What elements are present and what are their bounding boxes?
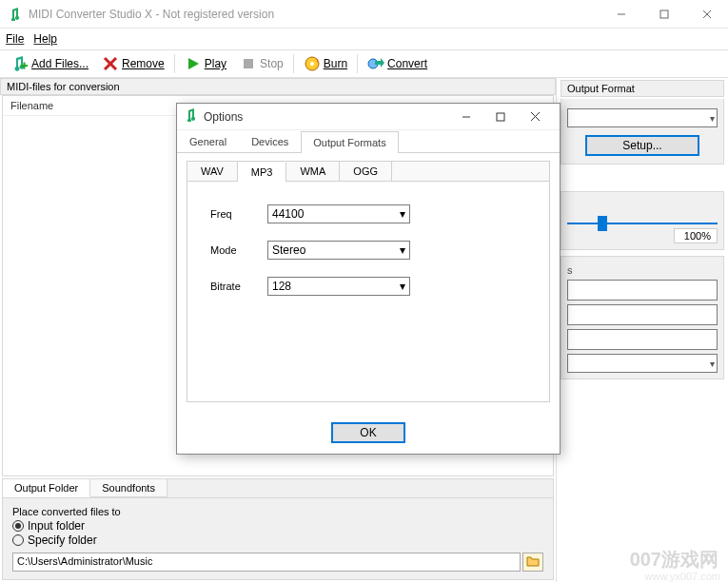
radio-input-folder[interactable] bbox=[12, 520, 24, 532]
folder-icon bbox=[526, 555, 540, 570]
dialog-body: Freq 44100 ▾ Mode Stereo ▾ Bitrate 128 ▾ bbox=[187, 182, 550, 402]
dialog-title: Options bbox=[204, 110, 449, 124]
play-icon bbox=[185, 55, 202, 72]
format-sub-tabs: WAV MP3 WMA OGG bbox=[187, 161, 550, 182]
stop-label: Stop bbox=[260, 57, 284, 70]
window-minimize-button[interactable] bbox=[600, 0, 642, 29]
chevron-down-icon: ▾ bbox=[400, 207, 405, 221]
tab-soundfonts[interactable]: Soundfonts bbox=[90, 479, 167, 497]
midi-files-section-label: MIDI-files for conversion bbox=[0, 78, 556, 95]
add-files-label: Add Files... bbox=[31, 57, 89, 70]
dialog-footer: OK bbox=[177, 412, 560, 454]
radio-specify-folder[interactable] bbox=[12, 534, 24, 546]
add-files-button[interactable]: Add Files... bbox=[6, 53, 94, 74]
dialog-titlebar: Options bbox=[177, 104, 560, 130]
convert-label: Convert bbox=[387, 57, 427, 70]
convert-button[interactable]: Convert bbox=[362, 53, 433, 74]
output-format-combo[interactable]: ▾ bbox=[567, 108, 718, 127]
tab-devices[interactable]: Devices bbox=[239, 130, 301, 152]
radio-specify-folder-label: Specify folder bbox=[28, 534, 97, 547]
watermark-text: 007游戏网 bbox=[630, 547, 718, 572]
volume-slider[interactable] bbox=[567, 223, 718, 224]
right-combo[interactable]: ▾ bbox=[567, 354, 718, 373]
right-input-2[interactable] bbox=[567, 304, 718, 325]
svg-rect-1 bbox=[660, 10, 668, 18]
slider-thumb[interactable] bbox=[598, 216, 607, 231]
burn-button[interactable]: Burn bbox=[298, 53, 353, 74]
remove-icon bbox=[102, 55, 119, 72]
remove-button[interactable]: Remove bbox=[96, 53, 170, 74]
toolbar-separator bbox=[174, 54, 175, 73]
tab-output-folder[interactable]: Output Folder bbox=[3, 479, 90, 497]
browse-folder-button[interactable] bbox=[522, 553, 543, 572]
watermark-url: www.yx007.com bbox=[645, 571, 720, 582]
convert-icon bbox=[367, 55, 384, 72]
bitrate-value: 128 bbox=[272, 280, 291, 293]
toolbar-separator bbox=[357, 54, 358, 73]
radio-input-folder-label: Input folder bbox=[28, 519, 85, 533]
window-title: MIDI Converter Studio X - Not registered… bbox=[29, 8, 600, 21]
menubar: File Help bbox=[0, 29, 728, 49]
setup-button[interactable]: Setup... bbox=[585, 135, 699, 156]
mode-label: Mode bbox=[210, 244, 267, 256]
chevron-down-icon: ▾ bbox=[710, 113, 715, 124]
bitrate-label: Bitrate bbox=[210, 281, 267, 292]
bitrate-combo[interactable]: 128 ▾ bbox=[267, 277, 410, 296]
dialog-maximize-button[interactable] bbox=[483, 104, 518, 130]
svg-rect-9 bbox=[244, 59, 253, 68]
ok-button[interactable]: OK bbox=[331, 422, 405, 443]
toolbar: Add Files... Remove Play Stop Burn Conve… bbox=[0, 49, 728, 78]
svg-marker-8 bbox=[188, 58, 199, 69]
freq-value: 44100 bbox=[272, 207, 304, 221]
right-input-1[interactable] bbox=[567, 280, 718, 301]
sub-tab-wma[interactable]: WMA bbox=[286, 162, 340, 181]
burn-label: Burn bbox=[324, 57, 347, 70]
add-files-icon bbox=[11, 55, 29, 72]
place-converted-label: Place converted files to bbox=[12, 506, 543, 517]
menu-file[interactable]: File bbox=[6, 32, 24, 46]
output-path-input[interactable]: C:\Users\Administrator\Music bbox=[12, 553, 521, 572]
stop-icon bbox=[240, 55, 257, 72]
svg-rect-14 bbox=[497, 113, 504, 121]
window-close-button[interactable] bbox=[685, 0, 728, 29]
bottom-tabs: Output Folder Soundfonts bbox=[2, 478, 554, 498]
remove-label: Remove bbox=[122, 57, 165, 70]
svg-rect-5 bbox=[24, 63, 26, 69]
sub-tab-mp3[interactable]: MP3 bbox=[238, 163, 287, 183]
svg-point-11 bbox=[310, 62, 314, 66]
app-icon bbox=[8, 7, 23, 22]
burn-icon bbox=[304, 55, 321, 72]
freq-combo[interactable]: 44100 ▾ bbox=[267, 204, 410, 223]
mode-value: Stereo bbox=[272, 243, 305, 257]
window-maximize-button[interactable] bbox=[642, 0, 685, 29]
sub-tab-ogg[interactable]: OGG bbox=[340, 162, 392, 181]
output-format-title: Output Format bbox=[561, 80, 724, 97]
chevron-down-icon: ▾ bbox=[710, 359, 715, 369]
dialog-close-button[interactable] bbox=[518, 104, 552, 130]
menu-help[interactable]: Help bbox=[33, 32, 57, 46]
toolbar-separator bbox=[293, 54, 294, 73]
sub-tab-wav[interactable]: WAV bbox=[187, 162, 238, 181]
output-folder-panel: Place converted files to Input folder Sp… bbox=[2, 498, 554, 580]
options-dialog: Options General Devices Output Formats W… bbox=[176, 103, 561, 455]
stop-button[interactable]: Stop bbox=[234, 53, 289, 74]
mode-combo[interactable]: Stereo ▾ bbox=[267, 241, 410, 260]
play-label: Play bbox=[205, 57, 226, 70]
tab-output-formats[interactable]: Output Formats bbox=[301, 131, 398, 153]
dialog-tabs: General Devices Output Formats bbox=[177, 130, 560, 153]
tab-general[interactable]: General bbox=[177, 130, 239, 152]
chevron-down-icon: ▾ bbox=[400, 243, 405, 257]
play-button[interactable]: Play bbox=[179, 53, 232, 74]
window-titlebar: MIDI Converter Studio X - Not registered… bbox=[0, 0, 728, 29]
dialog-minimize-button[interactable] bbox=[449, 104, 483, 130]
freq-label: Freq bbox=[210, 208, 267, 220]
chevron-down-icon: ▾ bbox=[400, 280, 405, 293]
right-input-3[interactable] bbox=[567, 329, 718, 350]
dialog-icon bbox=[185, 108, 198, 125]
slider-value: 100% bbox=[674, 228, 718, 243]
